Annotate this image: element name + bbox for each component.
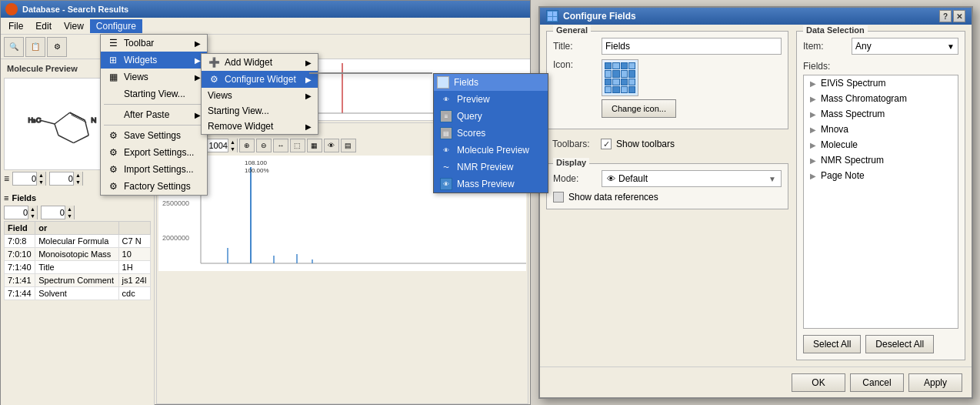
dialog-help-btn[interactable]: ? [939, 10, 952, 22]
display-group: Display Mode: 👁 Default ▼ Show data refe… [546, 163, 788, 209]
submenu-starting-view[interactable]: Starting View... [202, 103, 318, 119]
mode-dropdown-arrow: ▼ [768, 175, 776, 183]
mass-tool-4[interactable]: ⬚ [290, 139, 305, 152]
submenu-views[interactable]: Views ▶ [202, 88, 318, 103]
cell-id: 7:1:41 [5, 274, 35, 287]
spinbox-1-input[interactable] [13, 174, 36, 183]
fields-list-label: Fields: [803, 61, 958, 72]
spinbox-1-btn[interactable]: ▲▼ [36, 172, 45, 186]
fields-spinbox-1-input[interactable] [5, 208, 28, 217]
query-icon: ≡ [440, 110, 452, 122]
mass-tool-7[interactable]: ▤ [341, 139, 356, 152]
field-item-mass-chrom[interactable]: ▶ Mass Chromatogram [804, 91, 958, 106]
menu-configure[interactable]: Configure [90, 19, 142, 33]
menu-item-factory-settings[interactable]: ⚙ Factory Settings [101, 178, 207, 195]
show-toolbars-checkbox[interactable]: ✓ [601, 139, 612, 149]
menu-item-export-settings[interactable]: ⚙ Export Settings... [101, 144, 207, 161]
mode-select[interactable]: 👁 Default ▼ [602, 170, 782, 187]
menu-item-after-paste[interactable]: After Paste ▶ [101, 106, 207, 123]
mass-tool-1[interactable]: ⊕ [239, 139, 255, 152]
app-icon [5, 3, 18, 15]
item-select[interactable]: Any ▼ [852, 38, 958, 55]
show-data-refs-row: Show data references [553, 192, 782, 202]
fields-spinbox-1[interactable]: ▲▼ [4, 206, 38, 219]
submenu-query[interactable]: ≡ Query [434, 108, 548, 125]
dialog-title: Configure Fields [563, 11, 636, 22]
after-paste-icon [107, 109, 119, 121]
fields-spinbox-2-btn[interactable]: ▲▼ [65, 206, 74, 219]
dialog-body: General Title: Icon: [540, 25, 972, 367]
menu-item-toolbar[interactable]: ☰ Toolbar ▶ [101, 35, 207, 52]
fields-spinbox-2[interactable]: ▲▼ [41, 206, 75, 219]
mass-tool-6[interactable]: 👁 [324, 139, 339, 152]
menu-edit[interactable]: Edit [29, 19, 58, 33]
submenu-add-widget[interactable]: ➕ Add Widget ▶ [202, 54, 318, 71]
submenu-scores[interactable]: ▤ Scores [434, 125, 548, 142]
submenu-remove-widget[interactable]: Remove Widget ▶ [202, 119, 318, 134]
toolbar-btn-2[interactable]: 📋 [25, 37, 45, 57]
menu-file[interactable]: File [2, 19, 29, 33]
field-item-mass-spectrum[interactable]: ▶ Mass Spectrum [804, 106, 958, 122]
field-item-page-note[interactable]: ▶ Page Note [804, 168, 958, 183]
menu-item-import-settings[interactable]: ⚙ Import Settings... [101, 161, 207, 178]
fields-spinbox-1-btn[interactable]: ▲▼ [28, 206, 37, 219]
mass-spinbox-2-btn[interactable]: ▲ ▼ [228, 139, 237, 152]
submenu-preview[interactable]: 👁 Preview [434, 91, 548, 108]
starting-view-icon [107, 88, 119, 100]
svg-text:H₃C: H₃C [28, 116, 42, 124]
dialog-footer: OK Cancel Apply [540, 367, 972, 397]
icon-cell-7 [621, 70, 628, 77]
apply-btn[interactable]: Apply [908, 373, 962, 392]
cell-val: js1 24l [118, 274, 150, 287]
submenu-nmr-preview[interactable]: 〜 NMR Preview [434, 159, 548, 176]
toolbar-check: ✓ Show toolbars [601, 139, 675, 149]
views-icon: ▦ [107, 71, 119, 83]
mass-tool-2[interactable]: ⊖ [256, 139, 272, 152]
icon-cell-16 [628, 86, 635, 93]
ok-btn[interactable]: OK [792, 373, 845, 392]
table-row: 7:1:41 Spectrum Comment js1 24l [5, 274, 151, 287]
show-data-refs-checkbox[interactable] [553, 192, 564, 202]
general-group-title: General [553, 25, 591, 35]
spinbox-2[interactable]: ▲▼ [49, 172, 83, 186]
select-all-btn[interactable]: Select All [803, 335, 861, 353]
svg-text:N: N [91, 115, 96, 124]
field-arrow-4: ▶ [810, 126, 816, 134]
spinbox-2-input[interactable] [50, 174, 73, 183]
toolbar-btn-1[interactable]: 🔍 [4, 37, 24, 57]
mass-tool-3[interactable]: ↔ [273, 139, 288, 152]
menu-view[interactable]: View [58, 19, 90, 33]
dialog-close-btn[interactable]: ✕ [953, 10, 965, 22]
submenu-mass-preview[interactable]: 👁 Mass Preview [434, 176, 548, 192]
fields-spinbox-2-input[interactable] [42, 208, 65, 217]
submenu-fields[interactable]: Fields [434, 74, 548, 91]
field-item-molecule[interactable]: ▶ Molecule [804, 137, 958, 152]
item-row: Item: Any ▼ [803, 38, 958, 55]
menu-item-save-settings[interactable]: ⚙ Save Settings [101, 127, 207, 144]
mass-tool-5[interactable]: ▦ [307, 139, 322, 152]
icon-row: Icon: [553, 59, 782, 118]
field-item-mnova[interactable]: ▶ Mnova [804, 122, 958, 137]
mode-label: Mode: [553, 173, 595, 184]
spinbox-2-btn[interactable]: ▲▼ [73, 172, 82, 186]
menu-item-starting-view[interactable]: Starting View... [101, 85, 207, 102]
submenu-molecule-preview[interactable]: 👁 Molecule Preview [434, 142, 548, 159]
cancel-btn[interactable]: Cancel [850, 373, 904, 392]
deselect-all-btn[interactable]: Deselect All [865, 335, 934, 353]
submenu-configure-widget[interactable]: ⚙ Configure Widget ▶ [202, 71, 318, 88]
field-item-eivis[interactable]: ▶ EIViS Spectrum [804, 75, 958, 91]
icon-section: Change icon... [602, 59, 676, 118]
menu-item-widgets[interactable]: ⊞ Widgets ▶ [101, 52, 207, 69]
toolbars-row: Toolbars: ✓ Show toolbars [546, 136, 788, 152]
change-icon-btn[interactable]: Change icon... [602, 99, 676, 118]
field-item-nmr[interactable]: ▶ NMR Spectrum [804, 152, 958, 168]
icon-cell-3 [621, 62, 628, 69]
icon-cell-2 [612, 62, 619, 69]
views-arrow: ▶ [185, 73, 201, 82]
cell-name: Solvent [35, 287, 118, 300]
toolbar-btn-3[interactable]: ⚙ [47, 37, 67, 57]
menu-item-views[interactable]: ▦ Views ▶ [101, 69, 207, 85]
spinbox-1[interactable]: ▲▼ [12, 172, 46, 186]
title-input[interactable] [602, 38, 782, 55]
toolbars-label: Toolbars: [552, 139, 595, 149]
